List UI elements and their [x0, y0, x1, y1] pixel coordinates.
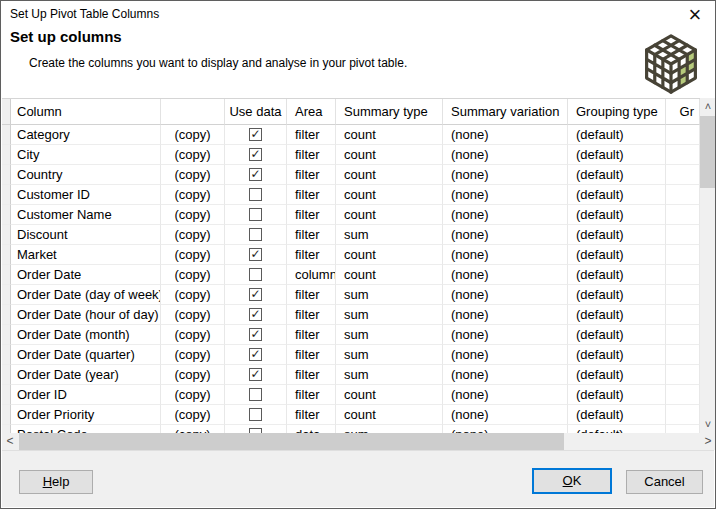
col-header-summary-type[interactable]: Summary type: [336, 99, 443, 125]
cell-grouping-type[interactable]: (default): [568, 225, 666, 245]
cell-area[interactable]: filter: [287, 165, 336, 185]
title-bar[interactable]: Set Up Pivot Table Columns ×: [1, 1, 715, 29]
ok-button[interactable]: OK: [532, 468, 612, 494]
cell-area[interactable]: column: [287, 265, 336, 285]
table-row[interactable]: Order Priority(copy)filtercount(none)(de…: [2, 405, 700, 425]
cell-column-name[interactable]: Category: [11, 125, 161, 145]
cell-copy[interactable]: (copy): [161, 165, 225, 185]
cell-copy[interactable]: (copy): [161, 325, 225, 345]
cell-copy[interactable]: (copy): [161, 125, 225, 145]
cell-summary-type[interactable]: count: [336, 405, 443, 425]
cell-summary-type[interactable]: count: [336, 205, 443, 225]
cell-grouping-truncated[interactable]: [666, 185, 700, 205]
col-header-grouping-type[interactable]: Grouping type: [568, 99, 666, 125]
checkbox-checked-icon[interactable]: [249, 328, 262, 341]
cell-use-data[interactable]: [225, 145, 287, 165]
cell-area[interactable]: filter: [287, 325, 336, 345]
scroll-down-icon[interactable]: ˅: [700, 416, 716, 433]
checkbox-unchecked-icon[interactable]: [249, 208, 262, 221]
cell-grouping-truncated[interactable]: [666, 165, 700, 185]
cell-summary-variation[interactable]: (none): [443, 325, 568, 345]
checkbox-checked-icon[interactable]: [249, 348, 262, 361]
checkbox-checked-icon[interactable]: [249, 368, 262, 381]
cell-column-name[interactable]: Order Date: [11, 265, 161, 285]
checkbox-checked-icon[interactable]: [249, 308, 262, 321]
cell-grouping-type[interactable]: (default): [568, 345, 666, 365]
table-row[interactable]: Order Date(copy)columncount(none)(defaul…: [2, 265, 700, 285]
cell-area[interactable]: filter: [287, 245, 336, 265]
cell-copy[interactable]: (copy): [161, 265, 225, 285]
cell-copy[interactable]: (copy): [161, 405, 225, 425]
vertical-scrollbar[interactable]: ˄ ˅: [700, 98, 716, 433]
checkbox-checked-icon[interactable]: [249, 168, 262, 181]
cell-summary-variation[interactable]: (none): [443, 185, 568, 205]
table-row[interactable]: City(copy)filtercount(none)(default): [2, 145, 700, 165]
table-row[interactable]: Customer ID(copy)filtercount(none)(defau…: [2, 185, 700, 205]
table-row[interactable]: Customer Name(copy)filtercount(none)(def…: [2, 205, 700, 225]
table-row[interactable]: Country(copy)filtercount(none)(default): [2, 165, 700, 185]
cell-use-data[interactable]: [225, 165, 287, 185]
cell-area[interactable]: filter: [287, 365, 336, 385]
cell-copy[interactable]: (copy): [161, 225, 225, 245]
table-row[interactable]: Order Date (day of week)(copy)filtersum(…: [2, 285, 700, 305]
horizontal-scrollbar[interactable]: ˂ ˃: [2, 433, 716, 450]
cell-use-data[interactable]: [225, 325, 287, 345]
cell-area[interactable]: filter: [287, 185, 336, 205]
cell-grouping-type[interactable]: (default): [568, 185, 666, 205]
checkbox-checked-icon[interactable]: [249, 148, 262, 161]
cell-grouping-truncated[interactable]: [666, 245, 700, 265]
col-header-column[interactable]: Column: [11, 99, 161, 125]
cell-column-name[interactable]: Order Priority: [11, 405, 161, 425]
cell-summary-type[interactable]: count: [336, 245, 443, 265]
cell-area[interactable]: filter: [287, 345, 336, 365]
cell-grouping-truncated[interactable]: [666, 345, 700, 365]
cell-copy[interactable]: (copy): [161, 285, 225, 305]
cell-summary-type[interactable]: sum: [336, 365, 443, 385]
checkbox-checked-icon[interactable]: [249, 248, 262, 261]
cell-summary-type[interactable]: sum: [336, 325, 443, 345]
cell-use-data[interactable]: [225, 365, 287, 385]
cell-grouping-truncated[interactable]: [666, 265, 700, 285]
cell-summary-type[interactable]: count: [336, 385, 443, 405]
cell-grouping-type[interactable]: (default): [568, 385, 666, 405]
cell-column-name[interactable]: Order Date (quarter): [11, 345, 161, 365]
cell-grouping-truncated[interactable]: [666, 205, 700, 225]
cell-grouping-type[interactable]: (default): [568, 165, 666, 185]
cell-summary-type[interactable]: count: [336, 165, 443, 185]
cell-area[interactable]: filter: [287, 405, 336, 425]
col-header-summary-variation[interactable]: Summary variation: [443, 99, 568, 125]
cell-grouping-type[interactable]: (default): [568, 265, 666, 285]
cell-summary-type[interactable]: count: [336, 145, 443, 165]
cell-grouping-truncated[interactable]: [666, 285, 700, 305]
scroll-right-icon[interactable]: ˃: [700, 433, 716, 450]
cell-summary-variation[interactable]: (none): [443, 125, 568, 145]
table-row[interactable]: Order Date (quarter)(copy)filtersum(none…: [2, 345, 700, 365]
cell-grouping-truncated[interactable]: [666, 405, 700, 425]
cell-summary-variation[interactable]: (none): [443, 285, 568, 305]
cell-summary-type[interactable]: sum: [336, 225, 443, 245]
cell-use-data[interactable]: [225, 385, 287, 405]
cell-copy[interactable]: (copy): [161, 205, 225, 225]
cell-grouping-type[interactable]: (default): [568, 125, 666, 145]
col-header-copy[interactable]: [161, 99, 225, 125]
cell-column-name[interactable]: Customer ID: [11, 185, 161, 205]
cell-copy[interactable]: (copy): [161, 185, 225, 205]
table-row[interactable]: Order ID(copy)filtercount(none)(default): [2, 385, 700, 405]
cell-summary-type[interactable]: count: [336, 125, 443, 145]
cell-summary-type[interactable]: sum: [336, 285, 443, 305]
table-row[interactable]: Discount(copy)filtersum(none)(default): [2, 225, 700, 245]
cell-column-name[interactable]: Country: [11, 165, 161, 185]
cell-column-name[interactable]: City: [11, 145, 161, 165]
cell-summary-variation[interactable]: (none): [443, 405, 568, 425]
cell-grouping-type[interactable]: (default): [568, 325, 666, 345]
cell-copy[interactable]: (copy): [161, 145, 225, 165]
cell-grouping-truncated[interactable]: [666, 125, 700, 145]
cell-summary-variation[interactable]: (none): [443, 245, 568, 265]
cell-use-data[interactable]: [225, 225, 287, 245]
cell-copy[interactable]: (copy): [161, 245, 225, 265]
cell-summary-type[interactable]: sum: [336, 345, 443, 365]
cell-summary-variation[interactable]: (none): [443, 145, 568, 165]
cell-grouping-truncated[interactable]: [666, 365, 700, 385]
cell-summary-variation[interactable]: (none): [443, 205, 568, 225]
cell-grouping-truncated[interactable]: [666, 145, 700, 165]
